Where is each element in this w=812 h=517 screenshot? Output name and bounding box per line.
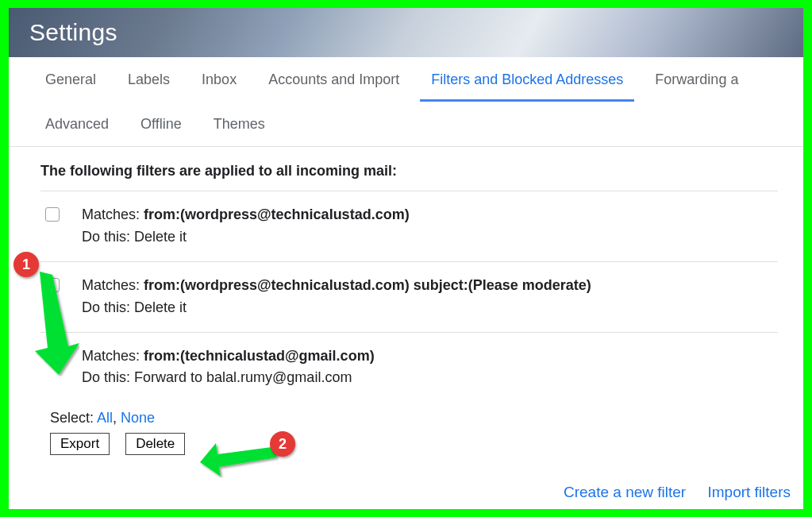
select-all-link[interactable]: All — [97, 410, 113, 426]
select-sep: , — [113, 410, 121, 426]
filter-details: Matches: from:(wordpress@technicalustad.… — [82, 204, 778, 249]
tab-accounts-import[interactable]: Accounts and Import — [257, 57, 410, 102]
svg-marker-1 — [200, 443, 278, 476]
select-none-link[interactable]: None — [121, 410, 155, 426]
tab-forwarding[interactable]: Forwarding a — [644, 57, 749, 102]
action-text: Delete it — [134, 299, 187, 315]
annotation-step-1: 1 — [13, 252, 39, 277]
delete-button[interactable]: Delete — [125, 433, 185, 455]
settings-header: Settings — [9, 8, 803, 57]
filters-intro: The following filters are applied to all… — [40, 163, 778, 179]
matches-criteria: from:(technicalustad@gmail.com) — [144, 348, 375, 364]
select-label: Select: — [50, 410, 97, 426]
action-text: Delete it — [134, 229, 187, 245]
tab-labels[interactable]: Labels — [117, 57, 181, 102]
matches-criteria: from:(wordpress@technicalustad.com) — [144, 206, 410, 222]
tab-advanced[interactable]: Advanced — [34, 102, 120, 146]
matches-label: Matches: — [82, 348, 144, 364]
tab-inbox[interactable]: Inbox — [190, 57, 248, 102]
select-row: Select: All, None — [40, 402, 778, 433]
action-text: Forward to balal.rumy@gmail.com — [134, 369, 352, 385]
filter-row: Matches: from:(wordpress@technicalustad.… — [40, 191, 778, 261]
settings-tabs: General Labels Inbox Accounts and Import… — [9, 57, 803, 147]
action-label: Do this: — [82, 299, 134, 315]
tab-offline[interactable]: Offline — [129, 102, 193, 146]
filter-checkbox[interactable] — [45, 207, 60, 222]
annotation-arrow-1-icon — [24, 265, 79, 376]
action-label: Do this: — [82, 229, 134, 245]
export-button[interactable]: Export — [50, 433, 110, 455]
filters-content: The following filters are applied to all… — [9, 147, 803, 468]
create-filter-link[interactable]: Create a new filter — [564, 484, 686, 500]
svg-marker-0 — [35, 272, 79, 375]
tab-filters-blocked[interactable]: Filters and Blocked Addresses — [420, 57, 634, 102]
annotation-step-2: 2 — [270, 431, 295, 457]
filter-row: Matches: from:(technicalustad@gmail.com)… — [40, 332, 778, 403]
matches-label: Matches: — [82, 206, 144, 222]
page-title: Settings — [29, 19, 117, 46]
tab-themes[interactable]: Themes — [202, 102, 276, 146]
filter-details: Matches: from:(wordpress@technicalustad.… — [82, 275, 778, 319]
import-filters-link[interactable]: Import filters — [707, 484, 791, 500]
tab-general[interactable]: General — [34, 57, 107, 102]
filter-row: Matches: from:(wordpress@technicalustad.… — [40, 261, 778, 332]
matches-label: Matches: — [82, 277, 144, 293]
filter-details: Matches: from:(technicalustad@gmail.com)… — [82, 345, 778, 390]
matches-criteria: from:(wordpress@technicalustad.com) subj… — [144, 277, 591, 293]
footer-links: Create a new filter Import filters — [546, 484, 791, 501]
action-label: Do this: — [82, 369, 134, 385]
filter-actions: Export Delete — [40, 433, 778, 455]
